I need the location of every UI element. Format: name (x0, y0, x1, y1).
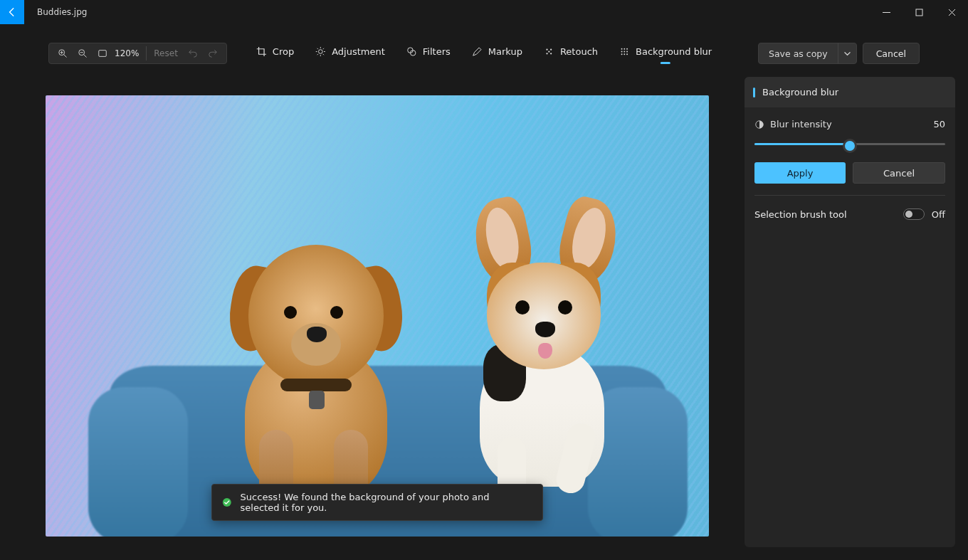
panel-body: Blur intensity 50 Apply Cancel Selection… (745, 107, 955, 227)
fit-button[interactable] (93, 43, 112, 63)
undo-icon (188, 48, 198, 58)
success-icon (222, 497, 232, 508)
svg-point-19 (624, 53, 626, 55)
tab-label: Crop (273, 46, 294, 57)
toast: Success! We found the background of your… (211, 484, 543, 521)
action-buttons: Save as copy Cancel (758, 43, 920, 64)
svg-point-10 (550, 53, 552, 54)
blur-intensity-value: 50 (933, 119, 945, 130)
tab-retouch[interactable]: Retouch (542, 42, 599, 65)
minimize-button[interactable] (870, 0, 903, 24)
canvas-area: Success! We found the background of your… (0, 74, 745, 560)
zoom-out-button[interactable] (73, 43, 92, 63)
contrast-icon (754, 120, 764, 130)
zoom-out-icon (78, 48, 88, 58)
svg-point-20 (626, 53, 628, 55)
svg-point-11 (548, 51, 549, 52)
svg-point-9 (546, 53, 547, 54)
svg-point-4 (319, 49, 323, 53)
panel-cancel-button[interactable]: Cancel (853, 162, 945, 184)
tab-label: Markup (488, 46, 522, 57)
redo-button[interactable] (204, 43, 222, 63)
edit-tabs: Crop Adjustment Filters Markup Retouch B… (255, 42, 713, 65)
divider (146, 46, 147, 60)
zoom-group: 120% Reset (48, 43, 227, 64)
panel-title: Background blur (762, 87, 838, 97)
filename: Buddies.jpg (24, 0, 87, 24)
tab-label: Background blur (636, 46, 712, 57)
brush-tool-toggle[interactable] (903, 208, 925, 220)
side-panel: Background blur Blur intensity 50 Apply … (745, 77, 955, 547)
zoom-level: 120% (113, 48, 143, 58)
dog-left (209, 245, 423, 515)
panel-buttons: Apply Cancel (754, 162, 945, 184)
svg-point-18 (621, 53, 623, 55)
tab-label: Adjustment (332, 46, 385, 57)
apply-button[interactable]: Apply (754, 162, 846, 184)
svg-point-7 (546, 48, 547, 50)
svg-rect-0 (916, 9, 922, 16)
blur-intensity-row: Blur intensity 50 (754, 119, 945, 130)
crop-icon (256, 46, 267, 57)
close-button[interactable] (935, 0, 968, 24)
fit-icon (98, 48, 107, 58)
svg-point-16 (624, 51, 626, 52)
arrow-left-icon (7, 7, 17, 17)
blur-intensity-slider[interactable] (754, 138, 945, 149)
close-icon (948, 9, 956, 16)
pen-icon (472, 46, 483, 57)
redo-icon (208, 48, 218, 58)
brush-tool-state: Off (932, 209, 945, 220)
blur-icon (619, 46, 630, 57)
image-canvas[interactable]: Success! We found the background of your… (46, 95, 709, 537)
tab-label: Filters (423, 46, 451, 57)
save-as-copy-split-button: Save as copy (758, 43, 857, 64)
svg-point-17 (626, 51, 628, 52)
window-controls (870, 0, 968, 24)
tab-adjustment[interactable]: Adjustment (314, 42, 386, 65)
tab-markup[interactable]: Markup (470, 42, 524, 65)
brush-tool-row: Selection brush tool Off (754, 208, 945, 220)
maximize-button[interactable] (903, 0, 935, 24)
save-dropdown-button[interactable] (838, 43, 856, 63)
svg-rect-3 (99, 51, 107, 57)
tab-filters[interactable]: Filters (405, 42, 452, 65)
brightness-icon (315, 46, 326, 57)
chevron-down-icon (844, 51, 851, 57)
accent-bar (753, 88, 755, 97)
workspace: Success! We found the background of your… (0, 74, 968, 560)
reset-button[interactable]: Reset (149, 48, 182, 58)
undo-button[interactable] (184, 43, 202, 63)
heal-icon (544, 46, 554, 57)
tab-label: Retouch (560, 46, 598, 57)
toolbar: 120% Reset Crop Adjustment Filters Marku… (0, 33, 968, 74)
zoom-in-button[interactable] (53, 43, 72, 63)
svg-point-15 (621, 51, 623, 52)
tab-background-blur[interactable]: Background blur (618, 42, 713, 65)
titlebar: Buddies.jpg (0, 0, 968, 24)
back-button[interactable] (0, 0, 24, 24)
divider (754, 195, 945, 196)
cancel-button[interactable]: Cancel (863, 43, 920, 64)
svg-point-12 (621, 48, 623, 49)
panel-header: Background blur (745, 77, 955, 107)
svg-point-14 (626, 48, 628, 49)
svg-point-13 (624, 48, 626, 49)
svg-point-8 (550, 48, 552, 50)
blur-intensity-label: Blur intensity (770, 119, 832, 130)
brush-tool-label: Selection brush tool (754, 209, 847, 220)
minimize-icon (883, 9, 890, 16)
zoom-in-icon (58, 48, 68, 58)
toast-message: Success! We found the background of your… (241, 492, 528, 513)
maximize-icon (915, 9, 923, 16)
save-as-copy-button[interactable]: Save as copy (759, 43, 838, 63)
filters-icon (406, 46, 417, 57)
dog-right (430, 223, 643, 508)
tab-crop[interactable]: Crop (255, 42, 295, 65)
